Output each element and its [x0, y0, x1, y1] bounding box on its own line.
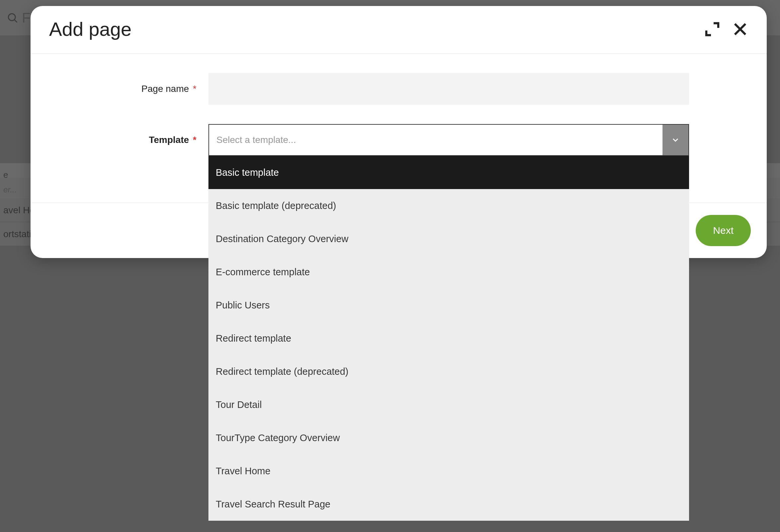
- expand-icon: [704, 21, 720, 37]
- template-select-wrap: Select a template... Basic templateBasic…: [208, 124, 689, 156]
- template-option[interactable]: E-commerce template: [208, 255, 689, 288]
- template-row: Template * Select a template... Basic te…: [49, 124, 748, 156]
- template-select[interactable]: Select a template...: [208, 124, 689, 156]
- page-name-row: Page name *: [49, 73, 748, 105]
- expand-button[interactable]: [704, 21, 720, 37]
- template-option[interactable]: Destination Category Overview: [208, 222, 689, 255]
- modal-header: Add page: [31, 6, 767, 54]
- template-option[interactable]: Travel Search Result Page: [208, 488, 689, 521]
- template-select-placeholder: Select a template...: [209, 125, 663, 155]
- next-button[interactable]: Next: [696, 215, 751, 246]
- page-name-label: Page name *: [49, 84, 208, 94]
- template-dropdown: Basic templateBasic template (deprecated…: [208, 156, 689, 521]
- modal-body: Page name * Template * Select a template…: [31, 54, 767, 203]
- template-option[interactable]: Basic template (deprecated): [208, 189, 689, 222]
- template-select-caret: [663, 125, 688, 155]
- chevron-down-icon: [671, 135, 680, 145]
- page-name-input[interactable]: [208, 73, 689, 105]
- required-marker: *: [193, 84, 196, 94]
- modal-header-actions: [704, 21, 748, 37]
- template-option[interactable]: Tour Detail: [208, 388, 689, 421]
- close-button[interactable]: [732, 21, 748, 37]
- template-option[interactable]: Basic template: [208, 156, 689, 189]
- template-label-text: Template: [149, 135, 189, 145]
- add-page-modal: Add page Page name *: [31, 6, 767, 258]
- template-option[interactable]: Travel Home: [208, 455, 689, 488]
- template-option[interactable]: Redirect template: [208, 322, 689, 355]
- template-option[interactable]: Redirect template (deprecated): [208, 355, 689, 388]
- close-icon: [732, 21, 748, 37]
- required-marker: *: [193, 135, 196, 145]
- page-name-label-text: Page name: [141, 84, 189, 94]
- template-label: Template *: [49, 135, 208, 145]
- template-option[interactable]: TourType Category Overview: [208, 421, 689, 455]
- modal-title: Add page: [49, 18, 132, 40]
- template-option[interactable]: Public Users: [208, 288, 689, 322]
